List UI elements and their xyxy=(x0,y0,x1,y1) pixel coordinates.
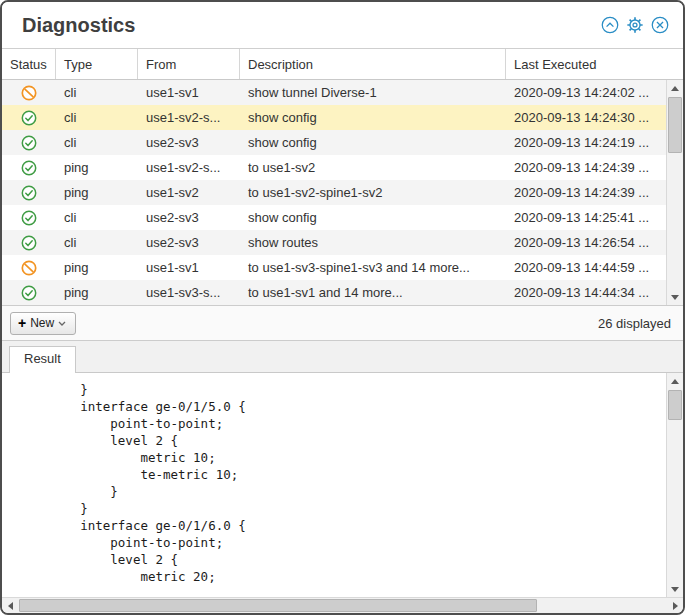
last-executed-cell: 2020-09-13 14:26:54 ... xyxy=(506,235,666,250)
last-executed-cell: 2020-09-13 14:24:39 ... xyxy=(506,185,666,200)
result-pane: } interface ge-0/1/5.0 { point-to-point;… xyxy=(2,373,683,597)
status-cell xyxy=(2,110,56,126)
column-header-last-executed[interactable]: Last Executed xyxy=(506,49,683,79)
success-icon xyxy=(21,160,37,176)
description-cell: show config xyxy=(240,135,506,150)
success-icon xyxy=(21,185,37,201)
status-cell xyxy=(2,160,56,176)
status-cell xyxy=(2,185,56,201)
status-cell xyxy=(2,210,56,226)
scroll-right-icon[interactable] xyxy=(667,598,683,613)
titlebar: Diagnostics xyxy=(2,2,683,49)
from-cell: use1-sv1 xyxy=(138,260,240,275)
type-cell: cli xyxy=(56,85,138,100)
column-header-status[interactable]: Status xyxy=(2,49,56,79)
from-cell: use1-sv2-s... xyxy=(138,160,240,175)
type-cell: cli xyxy=(56,210,138,225)
from-cell: use2-sv3 xyxy=(138,235,240,250)
scroll-up-icon[interactable] xyxy=(667,373,683,389)
last-executed-cell: 2020-09-13 14:25:41 ... xyxy=(506,210,666,225)
description-cell: to use1-sv2-spine1-sv2 xyxy=(240,185,506,200)
table-row[interactable]: ping use1-sv3-s... to use1-sv1 and 14 mo… xyxy=(2,280,666,305)
diagnostics-window: Diagnostics xyxy=(0,0,685,615)
table-body: cli use1-sv1 show tunnel Diverse-1 2020-… xyxy=(2,80,683,306)
table-row[interactable]: cli use2-sv3 show routes 2020-09-13 14:2… xyxy=(2,230,666,255)
gear-icon[interactable] xyxy=(626,16,644,34)
tab-result[interactable]: Result xyxy=(9,346,76,373)
description-cell: show config xyxy=(240,210,506,225)
table-row[interactable]: cli use2-sv3 show config 2020-09-13 14:2… xyxy=(2,205,666,230)
result-scrollbar-thumb[interactable] xyxy=(668,390,682,420)
description-cell: to use1-sv3-spine1-sv3 and 14 more... xyxy=(240,260,506,275)
new-button[interactable]: + New xyxy=(10,312,76,335)
tab-bar: Result xyxy=(2,341,683,373)
horizontal-scrollbar[interactable] xyxy=(2,597,683,613)
success-icon xyxy=(21,210,37,226)
status-cell xyxy=(2,235,56,251)
from-cell: use1-sv1 xyxy=(138,85,240,100)
scroll-up-icon[interactable] xyxy=(667,80,683,96)
last-executed-cell: 2020-09-13 14:24:19 ... xyxy=(506,135,666,150)
description-cell: show config xyxy=(240,110,506,125)
status-cell xyxy=(2,135,56,151)
description-cell: show tunnel Diverse-1 xyxy=(240,85,506,100)
success-icon xyxy=(21,285,37,301)
table-scrollbar[interactable] xyxy=(666,80,683,305)
description-cell: show routes xyxy=(240,235,506,250)
from-cell: use1-sv2-s... xyxy=(138,110,240,125)
table-row[interactable]: ping use1-sv1 to use1-sv3-spine1-sv3 and… xyxy=(2,255,666,280)
type-cell: cli xyxy=(56,135,138,150)
description-cell: to use1-sv1 and 14 more... xyxy=(240,285,506,300)
from-cell: use1-sv2 xyxy=(138,185,240,200)
column-header-description[interactable]: Description xyxy=(240,49,506,79)
from-cell: use1-sv3-s... xyxy=(138,285,240,300)
status-cell xyxy=(2,85,56,101)
description-cell: to use1-sv2 xyxy=(240,160,506,175)
horizontal-scrollbar-thumb[interactable] xyxy=(19,599,537,612)
status-cell xyxy=(2,260,56,276)
scroll-down-icon[interactable] xyxy=(667,289,683,305)
displayed-count: 26 displayed xyxy=(598,316,671,331)
success-icon xyxy=(21,110,37,126)
scroll-left-icon[interactable] xyxy=(2,598,18,613)
type-cell: ping xyxy=(56,260,138,275)
titlebar-actions xyxy=(601,16,669,34)
collapse-icon[interactable] xyxy=(601,16,619,34)
status-cell xyxy=(2,285,56,301)
new-button-label: New xyxy=(30,316,54,330)
plus-icon: + xyxy=(18,316,26,330)
table-rows: cli use1-sv1 show tunnel Diverse-1 2020-… xyxy=(2,80,666,305)
table-row[interactable]: ping use1-sv2-s... to use1-sv2 2020-09-1… xyxy=(2,155,666,180)
scroll-down-icon[interactable] xyxy=(667,581,683,597)
page-title: Diagnostics xyxy=(22,14,135,37)
last-executed-cell: 2020-09-13 14:24:30 ... xyxy=(506,110,666,125)
grid-toolbar: + New 26 displayed xyxy=(2,306,683,341)
type-cell: ping xyxy=(56,285,138,300)
last-executed-cell: 2020-09-13 14:24:39 ... xyxy=(506,160,666,175)
type-cell: cli xyxy=(56,110,138,125)
success-icon xyxy=(21,135,37,151)
result-output: } interface ge-0/1/5.0 { point-to-point;… xyxy=(2,373,666,597)
column-header-from[interactable]: From xyxy=(138,49,240,79)
close-icon[interactable] xyxy=(651,16,669,34)
table-row[interactable]: cli use1-sv2-s... show config 2020-09-13… xyxy=(2,105,666,130)
last-executed-cell: 2020-09-13 14:24:02 ... xyxy=(506,85,666,100)
blocked-icon xyxy=(21,85,37,101)
last-executed-cell: 2020-09-13 14:44:34 ... xyxy=(506,285,666,300)
from-cell: use2-sv3 xyxy=(138,135,240,150)
table-row[interactable]: cli use1-sv1 show tunnel Diverse-1 2020-… xyxy=(2,80,666,105)
blocked-icon xyxy=(21,260,37,276)
type-cell: cli xyxy=(56,235,138,250)
chevron-down-icon xyxy=(58,321,66,326)
type-cell: ping xyxy=(56,160,138,175)
table-scrollbar-thumb[interactable] xyxy=(668,97,682,153)
table-row[interactable]: cli use2-sv3 show config 2020-09-13 14:2… xyxy=(2,130,666,155)
success-icon xyxy=(21,235,37,251)
result-scrollbar[interactable] xyxy=(666,373,683,597)
from-cell: use2-sv3 xyxy=(138,210,240,225)
table-row[interactable]: ping use1-sv2 to use1-sv2-spine1-sv2 202… xyxy=(2,180,666,205)
column-header-type[interactable]: Type xyxy=(56,49,138,79)
table-header: Status Type From Description Last Execut… xyxy=(2,49,683,80)
last-executed-cell: 2020-09-13 14:44:59 ... xyxy=(506,260,666,275)
type-cell: ping xyxy=(56,185,138,200)
